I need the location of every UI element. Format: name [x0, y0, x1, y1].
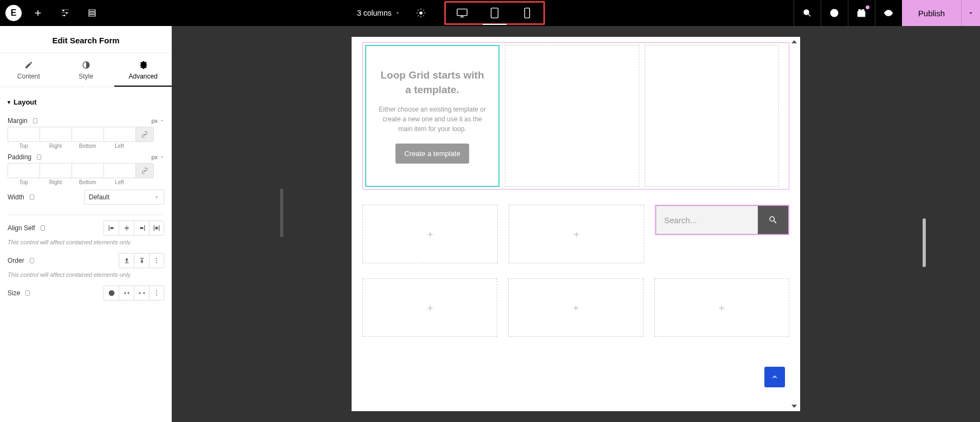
- loop-grid-widget[interactable]: Loop Grid starts with a template. Either…: [362, 42, 789, 190]
- padding-unit-select[interactable]: px: [151, 154, 164, 160]
- responsive-icon[interactable]: [29, 194, 35, 200]
- margin-right-input[interactable]: [40, 127, 72, 142]
- whats-new-button[interactable]: [848, 0, 875, 26]
- help-button[interactable]: [821, 0, 848, 26]
- svg-point-10: [887, 12, 890, 15]
- svg-point-1: [66, 12, 68, 14]
- structure-button[interactable]: [81, 0, 103, 26]
- device-mobile-button[interactable]: [511, 2, 543, 24]
- loop-placeholder: [645, 45, 779, 187]
- frame-scrollbar[interactable]: [280, 189, 283, 237]
- svg-point-2: [63, 15, 65, 16]
- finder-button[interactable]: [794, 0, 821, 26]
- padding-top-input[interactable]: [8, 163, 40, 178]
- plus-icon: ＋: [717, 301, 726, 314]
- svg-rect-15: [30, 258, 34, 263]
- size-buttons: [103, 285, 164, 301]
- panel-title: Edit Search Form: [0, 26, 172, 53]
- responsive-icon[interactable]: [29, 257, 35, 264]
- tab-content[interactable]: Content: [0, 53, 57, 87]
- width-select[interactable]: Default: [84, 190, 164, 205]
- search-submit-button[interactable]: [758, 206, 788, 234]
- margin-inputs: [8, 127, 164, 142]
- align-start-button[interactable]: [103, 220, 119, 236]
- empty-column[interactable]: ＋: [509, 205, 644, 263]
- margin-top-input[interactable]: [8, 127, 40, 142]
- padding-bottom-input[interactable]: [72, 163, 103, 178]
- loop-title: Loop Grid starts with a template.: [377, 68, 488, 97]
- svg-rect-12: [37, 155, 41, 160]
- loop-template-card: Loop Grid starts with a template. Either…: [365, 45, 499, 187]
- canvas-area: Loop Grid starts with a template. Either…: [172, 26, 980, 422]
- responsive-device-switcher: [444, 1, 545, 25]
- elementor-logo[interactable]: E: [5, 5, 22, 21]
- order-label: Order: [8, 257, 35, 264]
- order-end-button[interactable]: [134, 253, 149, 268]
- svg-point-18: [156, 262, 157, 263]
- size-more-button[interactable]: [149, 285, 164, 301]
- size-shrink-button[interactable]: [134, 285, 149, 301]
- responsive-icon[interactable]: [32, 118, 38, 124]
- responsive-icon[interactable]: [24, 290, 31, 296]
- align-self-buttons: [103, 220, 164, 236]
- padding-label: Padding: [8, 153, 42, 161]
- search-form-widget[interactable]: Search...: [655, 205, 789, 263]
- svg-rect-6: [524, 8, 529, 18]
- width-label: Width: [8, 193, 35, 201]
- publish-options-button[interactable]: [961, 0, 980, 26]
- tab-style[interactable]: Style: [57, 53, 115, 87]
- padding-link-toggle[interactable]: [135, 163, 154, 178]
- canvas-scrollbar[interactable]: [923, 218, 926, 267]
- page-settings-button[interactable]: [410, 0, 432, 26]
- device-tablet-button[interactable]: [478, 2, 511, 24]
- device-desktop-button[interactable]: [446, 2, 478, 24]
- svg-point-21: [156, 290, 157, 291]
- scroll-to-top-button[interactable]: [764, 367, 785, 387]
- svg-point-7: [804, 10, 809, 15]
- align-end-button[interactable]: [134, 220, 149, 236]
- plus-icon: ＋: [572, 228, 581, 241]
- svg-rect-4: [457, 9, 467, 16]
- padding-left-input[interactable]: [103, 163, 135, 178]
- size-grow-button[interactable]: [119, 285, 134, 301]
- margin-link-toggle[interactable]: [135, 127, 154, 142]
- create-template-button[interactable]: Create a template: [395, 144, 469, 164]
- preview-button[interactable]: [875, 0, 902, 26]
- svg-rect-13: [30, 195, 34, 200]
- empty-column[interactable]: ＋: [362, 205, 498, 263]
- plus-icon: ＋: [425, 301, 435, 314]
- align-center-button[interactable]: [119, 220, 134, 236]
- svg-point-3: [420, 12, 423, 15]
- empty-column[interactable]: ＋: [362, 278, 497, 337]
- align-stretch-button[interactable]: [149, 220, 164, 236]
- margin-left-input[interactable]: [103, 127, 135, 142]
- svg-point-17: [156, 260, 157, 261]
- add-element-button[interactable]: [27, 0, 49, 26]
- margin-bottom-input[interactable]: [72, 127, 103, 142]
- margin-unit-select[interactable]: px: [151, 118, 164, 124]
- svg-point-23: [156, 295, 157, 296]
- responsive-icon[interactable]: [40, 225, 46, 231]
- loop-description: Either choose an existing template or cr…: [377, 105, 488, 134]
- responsive-icon[interactable]: [36, 154, 42, 160]
- search-input[interactable]: Search...: [656, 206, 758, 234]
- margin-label: Margin: [8, 117, 38, 125]
- empty-column[interactable]: ＋: [508, 278, 643, 337]
- size-none-button[interactable]: [103, 285, 119, 301]
- order-start-button[interactable]: [119, 253, 134, 268]
- padding-right-input[interactable]: [40, 163, 72, 178]
- align-self-label: Align Self: [8, 224, 46, 232]
- panel-tabs: Content Style Advanced: [0, 53, 172, 87]
- section-layout-toggle[interactable]: Layout: [8, 94, 164, 113]
- plus-icon: ＋: [571, 301, 581, 314]
- empty-column[interactable]: ＋: [654, 278, 789, 337]
- padding-inputs: [8, 163, 164, 178]
- plus-icon: ＋: [425, 228, 435, 241]
- svg-point-22: [156, 293, 157, 294]
- tab-advanced[interactable]: Advanced: [114, 53, 172, 87]
- publish-button[interactable]: Publish: [902, 0, 961, 26]
- site-settings-button[interactable]: [54, 0, 76, 26]
- svg-point-16: [156, 258, 157, 259]
- order-more-button[interactable]: [149, 253, 164, 268]
- structure-dropdown[interactable]: 3 columns: [352, 9, 406, 17]
